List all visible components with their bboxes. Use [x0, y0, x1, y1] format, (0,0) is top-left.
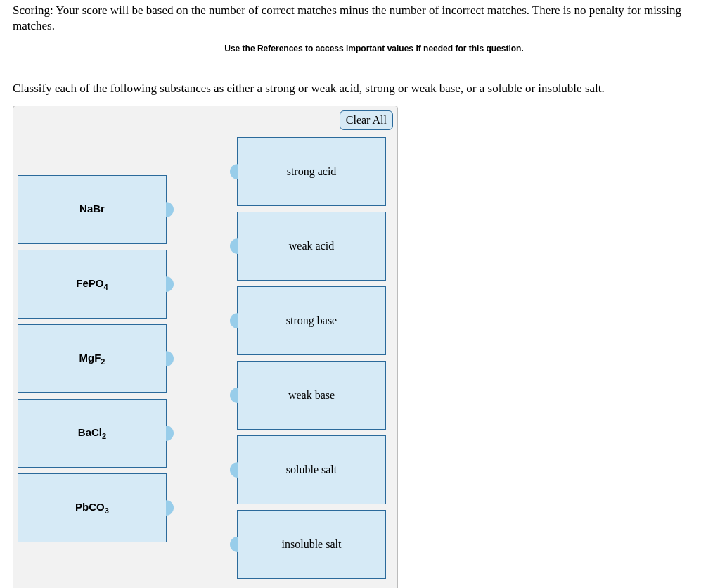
- connector-right-icon[interactable]: [158, 351, 174, 366]
- connector-right-icon[interactable]: [158, 202, 174, 217]
- connector-left-icon[interactable]: [230, 462, 245, 478]
- substance-nabr[interactable]: NaBr: [18, 175, 167, 244]
- substance-fepo4[interactable]: FePO4: [18, 250, 167, 319]
- category-insoluble-salt[interactable]: insoluble salt: [237, 510, 386, 579]
- scoring-text: Scoring: Your score will be based on the…: [13, 3, 707, 34]
- connector-left-icon[interactable]: [230, 313, 245, 328]
- substance-label: BaCl2: [78, 426, 106, 440]
- connector-left-icon[interactable]: [230, 537, 245, 552]
- connector-right-icon[interactable]: [158, 500, 174, 516]
- matching-panel: Clear All NaBr FePO4 MgF2: [13, 106, 398, 588]
- substances-column: NaBr FePO4 MgF2: [18, 175, 167, 542]
- category-weak-base[interactable]: weak base: [237, 361, 386, 430]
- category-label: strong acid: [287, 165, 337, 178]
- category-strong-base[interactable]: strong base: [237, 286, 386, 355]
- connector-right-icon[interactable]: [158, 426, 174, 441]
- substance-label: PbCO3: [75, 501, 109, 515]
- connector-left-icon[interactable]: [230, 164, 245, 179]
- connector-left-icon[interactable]: [230, 238, 245, 254]
- substance-label: FePO4: [76, 277, 108, 291]
- category-weak-acid[interactable]: weak acid: [237, 212, 386, 281]
- connector-left-icon[interactable]: [230, 388, 245, 403]
- substance-label: MgF2: [79, 352, 105, 366]
- question-text: Classify each of the following substance…: [13, 82, 707, 96]
- connector-right-icon[interactable]: [158, 276, 174, 292]
- substance-pbco3[interactable]: PbCO3: [18, 473, 167, 542]
- category-label: weak base: [288, 389, 335, 402]
- references-hint: Use the References to access important v…: [41, 44, 707, 53]
- substance-mgf2[interactable]: MgF2: [18, 324, 167, 393]
- substance-bacl2[interactable]: BaCl2: [18, 399, 167, 468]
- category-label: insoluble salt: [282, 538, 342, 551]
- category-soluble-salt[interactable]: soluble salt: [237, 435, 386, 504]
- category-strong-acid[interactable]: strong acid: [237, 137, 386, 206]
- category-label: strong base: [286, 314, 337, 327]
- category-label: soluble salt: [286, 464, 337, 476]
- categories-column: strong acid weak acid strong base weak b…: [237, 137, 386, 579]
- category-label: weak acid: [289, 240, 334, 253]
- clear-all-button[interactable]: Clear All: [340, 110, 393, 130]
- substance-label: NaBr: [79, 203, 105, 217]
